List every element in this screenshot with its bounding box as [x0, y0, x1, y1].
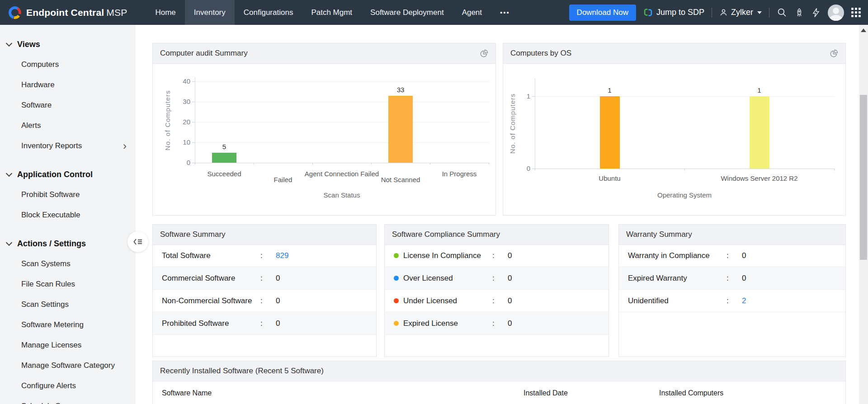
sidebar-collapse-button[interactable]: [127, 231, 148, 252]
rocket-icon[interactable]: [794, 8, 804, 18]
status-dot: [394, 276, 399, 281]
summary-label: Commercial Software: [162, 274, 260, 283]
x-tick-mark: [430, 163, 430, 164]
summary-label: Prohibited Software: [162, 319, 260, 328]
chart-bar-ubuntu[interactable]: [600, 96, 620, 169]
sidebar-item-prohibit-software[interactable]: Prohibit Software: [0, 184, 136, 205]
y-tick-label: 0: [510, 164, 530, 172]
sidebar-item-scan-systems[interactable]: Scan Systems: [0, 254, 136, 274]
summary-row-warranty-in-compliance: Warranty in Compliance:0: [619, 244, 845, 267]
sidebar-section-header-application-control[interactable]: Application Control: [0, 164, 136, 184]
bar-value-label: 1: [746, 86, 773, 94]
sidebar-item-computers[interactable]: Computers: [0, 54, 136, 75]
x-category-label: Failed: [274, 176, 292, 183]
apps-grid-icon[interactable]: [851, 8, 861, 17]
sidebar-item-configure-alerts[interactable]: Configure Alerts: [0, 376, 136, 396]
sidebar-item-label: Configure Alerts: [21, 381, 76, 390]
sidebar-item-schedule-scan[interactable]: Schedule Scan: [0, 396, 136, 404]
sidebar-item-alerts[interactable]: Alerts: [0, 115, 136, 136]
column-header-software-name: Software Name: [162, 389, 212, 397]
bar-value-label: 33: [387, 86, 414, 94]
sidebar-item-inventory-reports[interactable]: Inventory Reports›: [0, 136, 136, 156]
warranty-summary-card: Warranty Summary Warranty in Compliance:…: [618, 224, 846, 357]
sidebar-item-software[interactable]: Software: [0, 95, 136, 115]
account-menu[interactable]: Zylker: [719, 8, 762, 17]
nav-item-inventory[interactable]: Inventory: [185, 0, 235, 25]
nav-item-configurations[interactable]: Configurations: [235, 0, 302, 25]
user-avatar[interactable]: [828, 5, 844, 21]
person-icon: [719, 8, 728, 17]
chart-bar-not-scanned[interactable]: [388, 96, 413, 163]
colon: :: [726, 274, 742, 283]
bar-chart-scan-status: 0102030405SucceededFailedAgent Connectio…: [153, 63, 495, 215]
sidebar-item-label: File Scan Rules: [21, 280, 75, 289]
sidebar-item-label: Manage Licenses: [21, 341, 81, 350]
lightning-icon[interactable]: [811, 8, 821, 18]
jump-to-sdp[interactable]: Jump to SDP: [643, 8, 704, 17]
status-dot: [394, 298, 399, 303]
x-tick-mark: [195, 163, 195, 164]
card-title: Software Summary: [160, 230, 226, 239]
bar-value-label: 1: [596, 86, 623, 94]
sidebar-item-label: Computers: [21, 60, 59, 69]
nav-item-agent[interactable]: Agent: [453, 0, 491, 25]
colon: :: [492, 319, 508, 328]
sidebar-item-scan-settings[interactable]: Scan Settings: [0, 294, 136, 315]
summary-row-commercial-software: Commercial Software:0: [153, 267, 376, 290]
chart-bar-windows-server-2012-r2[interactable]: [750, 96, 769, 169]
colon: :: [726, 296, 742, 305]
search-button[interactable]: [777, 7, 787, 18]
download-now-button[interactable]: Download Now: [569, 5, 636, 21]
summary-value: 0: [508, 296, 512, 305]
summary-row-expired-license: Expired License:0: [385, 312, 609, 335]
sidebar-item-file-scan-rules[interactable]: File Scan Rules: [0, 274, 136, 294]
sidebar-item-label: Hardware: [21, 80, 55, 89]
sidebar-item-software-metering[interactable]: Software Metering: [0, 315, 136, 335]
summary-label: Under Licensed: [403, 296, 492, 305]
sidebar-section-actions-settings: Actions / SettingsScan SystemsFile Scan …: [0, 234, 136, 404]
x-category-label: In Progress: [442, 170, 477, 178]
summary-value-link[interactable]: 829: [276, 251, 288, 260]
x-tick-mark: [312, 163, 313, 164]
sidebar-item-manage-licenses[interactable]: Manage Licenses: [0, 335, 136, 355]
computers-by-os-card: Computers by OS 011Ubuntu1Windows Server…: [503, 43, 846, 216]
sidebar-section-views: ViewsComputersHardwareSoftwareAlertsInve…: [0, 34, 136, 156]
sidebar-item-manage-software-category[interactable]: Manage Software Category: [0, 355, 136, 376]
pie-chart-toggle-icon[interactable]: [480, 49, 488, 58]
software-summary-card: Software Summary Total Software:829Comme…: [152, 224, 377, 357]
vertical-scrollbar[interactable]: [859, 25, 868, 404]
summary-label: Expired License: [403, 319, 492, 328]
nav-item-patch-mgmt[interactable]: Patch Mgmt: [302, 0, 361, 25]
card-title: Recently Installed Software (Recent 5 So…: [160, 366, 324, 376]
sidebar-section-header-actions-settings[interactable]: Actions / Settings: [0, 234, 136, 254]
sidebar-item-block-executable[interactable]: Block Executable: [0, 205, 136, 225]
scroll-up-arrow[interactable]: [861, 28, 866, 32]
summary-label: Expired Warranty: [628, 274, 726, 283]
y-tick-mark: [192, 142, 195, 143]
sidebar-item-hardware[interactable]: Hardware: [0, 75, 136, 95]
section-title: Application Control: [17, 170, 93, 179]
summary-label: Over Licensed: [403, 274, 492, 283]
x-category-label: Ubuntu: [599, 174, 620, 182]
chevron-right-icon: ›: [123, 142, 127, 150]
summary-value: 0: [276, 274, 280, 283]
colon: :: [260, 319, 276, 328]
nav-item-software-deployment[interactable]: Software Deployment: [361, 0, 453, 25]
pie-chart-toggle-icon[interactable]: [830, 49, 838, 58]
brand[interactable]: Endpoint CentralMSP: [0, 6, 127, 19]
y-tick-mark: [192, 81, 195, 82]
sidebar-item-label: Scan Settings: [21, 300, 69, 309]
recently-installed-software-card: Recently Installed Software (Recent 5 So…: [152, 361, 846, 404]
chevron-down-icon: [6, 40, 12, 47]
chart-bar-succeeded[interactable]: [212, 153, 236, 163]
y-tick-label: 0: [170, 159, 190, 166]
summary-row-under-licensed: Under Licensed:0: [385, 290, 609, 312]
summary-row-non-commercial-software: Non-Commercial Software:0: [153, 290, 376, 312]
gridline: [195, 142, 489, 143]
summary-value-link[interactable]: 2: [742, 296, 746, 305]
nav-more-button[interactable]: •••: [491, 0, 519, 25]
nav-item-home[interactable]: Home: [146, 0, 184, 25]
scrollbar-thumb[interactable]: [860, 95, 867, 260]
sidebar-item-label: Software Metering: [21, 320, 84, 329]
sidebar-section-header-views[interactable]: Views: [0, 34, 136, 54]
